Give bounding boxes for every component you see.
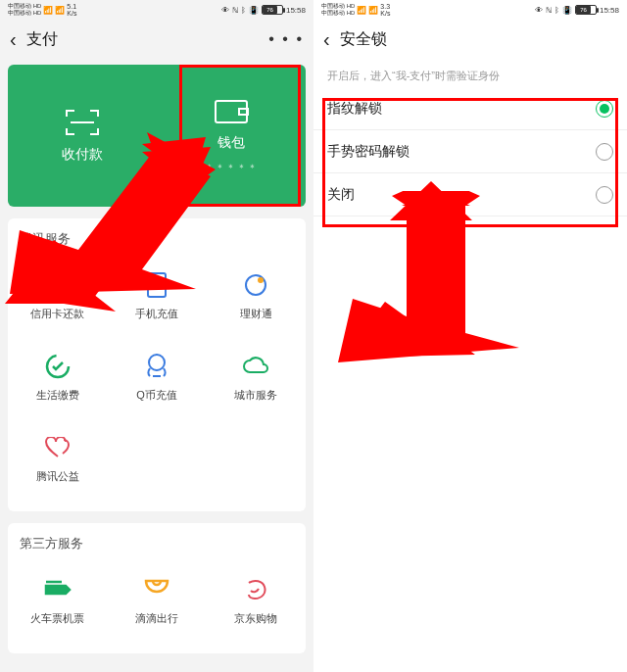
pay-receive-button[interactable]: 收付款 (8, 65, 157, 207)
signal-icon: 📶 (43, 6, 53, 15)
page-title: 安全锁 (340, 29, 387, 50)
hint-text: 开启后，进入“我-支付”时需验证身份 (314, 59, 627, 87)
wallet-panel: 收付款 钱包 ＊＊＊＊＊ (8, 65, 306, 207)
service-qcoin[interactable]: Q币充值 (107, 337, 206, 418)
radio-off-icon (596, 143, 613, 161)
more-icon[interactable]: • • • (268, 30, 304, 48)
wallet-button[interactable]: 钱包 ＊＊＊＊＊ (157, 65, 306, 207)
nfc-icon: ℕ (546, 6, 552, 15)
service-credit-card[interactable]: 信用卡还款 (8, 256, 107, 337)
bluetooth-icon: ᛒ (555, 6, 559, 15)
svg-point-7 (258, 277, 264, 283)
heart-icon (44, 434, 72, 461)
service-charity[interactable]: 腾讯公益 (8, 418, 107, 500)
vibrate-icon: 📳 (562, 6, 572, 15)
section-title: 第三方服务 (8, 535, 306, 560)
bluetooth-icon: ᛒ (241, 6, 246, 15)
option-fingerprint[interactable]: 指纹解锁 (314, 87, 627, 130)
section-title: 腾讯服务 (8, 230, 306, 256)
svg-rect-0 (216, 101, 247, 122)
vibrate-icon: 📳 (249, 6, 259, 15)
nav-bar: ‹ 安全锁 (314, 20, 627, 59)
train-icon (44, 576, 72, 603)
option-gesture[interactable]: 手势密码解锁 (314, 130, 627, 173)
status-bar: 中国移动 HD中国移动 HD 📶 📶 5.1 K/s 👁 ℕ ᛒ 📳 76 15… (0, 0, 314, 20)
service-mobile-topup[interactable]: ¥手机充值 (107, 256, 206, 337)
service-licaitong[interactable]: 理财通 (207, 256, 306, 337)
service-utilities[interactable]: 生活缴费 (8, 337, 107, 418)
nfc-icon: 👁 (535, 6, 543, 15)
status-bar: 中国移动 HD中国移动 HD 📶 📶 3.3 K/s 👁 ℕ ᛒ 📳 76 15… (314, 0, 627, 20)
radio-on-icon (596, 100, 613, 118)
scan-icon (65, 109, 100, 136)
service-jd[interactable]: 京东购物 (207, 560, 306, 642)
checkmark-icon (44, 353, 72, 380)
nav-bar: ‹ 支付 • • • (0, 20, 314, 59)
clock: 15:58 (286, 6, 306, 15)
tencent-services: 腾讯服务 信用卡还款 ¥手机充值 理财通 生活缴费 Q币充值 城市服务 腾讯公益 (8, 218, 306, 511)
signal-icon: 📶 (368, 6, 378, 15)
option-off[interactable]: 关闭 (314, 173, 627, 216)
service-train[interactable]: 火车票机票 (8, 560, 107, 642)
page-title: 支付 (26, 29, 58, 50)
radio-off-icon (596, 186, 613, 204)
didi-icon (143, 576, 170, 603)
nfc-icon: 👁 (221, 6, 229, 15)
mobile-icon: ¥ (143, 271, 170, 299)
back-icon[interactable]: ‹ (10, 28, 17, 51)
wallet-icon (214, 97, 249, 124)
third-party-services: 第三方服务 火车票机票 滴滴出行 京东购物 (8, 523, 306, 653)
service-didi[interactable]: 滴滴出行 (107, 560, 206, 642)
nfc-icon: ℕ (232, 6, 238, 15)
svg-text:¥: ¥ (153, 277, 161, 291)
finance-icon (242, 271, 269, 299)
signal-icon: 📶 (55, 6, 65, 15)
jd-icon (242, 576, 269, 603)
svg-rect-3 (45, 281, 71, 285)
svg-point-9 (149, 355, 165, 370)
signal-icon: 📶 (357, 6, 366, 15)
screen-payment: 中国移动 HD中国移动 HD 📶 📶 5.1 K/s 👁 ℕ ᛒ 📳 76 15… (0, 0, 314, 672)
service-city[interactable]: 城市服务 (207, 337, 306, 418)
card-icon (44, 271, 72, 299)
back-icon[interactable]: ‹ (323, 28, 330, 51)
qq-icon (143, 353, 170, 380)
clock: 15:58 (600, 6, 619, 15)
cloud-icon (242, 353, 269, 380)
screen-security-lock: 中国移动 HD中国移动 HD 📶 📶 3.3 K/s 👁 ℕ ᛒ 📳 76 15… (314, 0, 627, 672)
